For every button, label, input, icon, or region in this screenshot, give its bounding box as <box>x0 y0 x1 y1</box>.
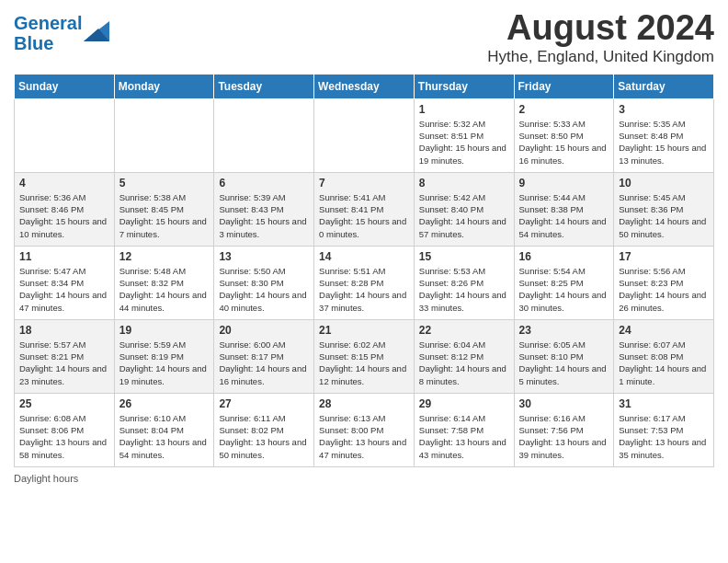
col-header-saturday: Saturday <box>614 74 714 98</box>
calendar-cell: 7Sunrise: 5:41 AM Sunset: 8:41 PM Daylig… <box>314 172 415 246</box>
calendar-cell: 24Sunrise: 6:07 AM Sunset: 8:08 PM Dayli… <box>614 319 714 393</box>
day-info: Sunrise: 6:04 AM Sunset: 8:12 PM Dayligh… <box>419 339 509 387</box>
calendar-cell: 14Sunrise: 5:51 AM Sunset: 8:28 PM Dayli… <box>314 246 415 319</box>
col-header-monday: Monday <box>114 74 214 98</box>
day-number: 27 <box>219 397 309 410</box>
calendar-cell: 30Sunrise: 6:16 AM Sunset: 7:56 PM Dayli… <box>514 393 614 466</box>
day-number: 1 <box>419 103 509 116</box>
day-info: Sunrise: 5:33 AM Sunset: 8:50 PM Dayligh… <box>519 118 609 167</box>
subtitle: Hythe, England, United Kingdom <box>487 48 714 66</box>
day-info: Sunrise: 5:59 AM Sunset: 8:19 PM Dayligh… <box>119 339 210 387</box>
day-number: 14 <box>319 250 409 263</box>
day-number: 16 <box>519 250 609 263</box>
day-number: 11 <box>19 250 109 263</box>
calendar-cell: 4Sunrise: 5:36 AM Sunset: 8:46 PM Daylig… <box>15 172 115 246</box>
day-info: Sunrise: 6:14 AM Sunset: 7:58 PM Dayligh… <box>419 412 509 461</box>
calendar-cell: 31Sunrise: 6:17 AM Sunset: 7:53 PM Dayli… <box>614 393 714 466</box>
day-number: 28 <box>319 397 409 410</box>
calendar-cell: 23Sunrise: 6:05 AM Sunset: 8:10 PM Dayli… <box>514 319 614 393</box>
day-number: 10 <box>619 177 709 190</box>
day-info: Sunrise: 5:47 AM Sunset: 8:34 PM Dayligh… <box>19 265 109 314</box>
day-number: 17 <box>619 250 709 263</box>
calendar-cell: 29Sunrise: 6:14 AM Sunset: 7:58 PM Dayli… <box>414 393 514 466</box>
calendar-cell: 10Sunrise: 5:45 AM Sunset: 8:36 PM Dayli… <box>614 172 714 246</box>
col-header-sunday: Sunday <box>15 74 115 98</box>
day-number: 4 <box>19 177 109 190</box>
calendar-cell: 12Sunrise: 5:48 AM Sunset: 8:32 PM Dayli… <box>114 246 214 319</box>
calendar-cell: 2Sunrise: 5:33 AM Sunset: 8:50 PM Daylig… <box>514 98 614 172</box>
day-info: Sunrise: 5:41 AM Sunset: 8:41 PM Dayligh… <box>319 191 409 240</box>
day-number: 12 <box>119 250 210 263</box>
calendar-cell: 8Sunrise: 5:42 AM Sunset: 8:40 PM Daylig… <box>414 172 514 246</box>
day-info: Sunrise: 5:38 AM Sunset: 8:45 PM Dayligh… <box>119 191 210 240</box>
day-info: Sunrise: 6:07 AM Sunset: 8:08 PM Dayligh… <box>619 339 709 387</box>
day-number: 26 <box>119 397 210 410</box>
day-info: Sunrise: 5:32 AM Sunset: 8:51 PM Dayligh… <box>419 118 509 167</box>
day-info: Sunrise: 5:39 AM Sunset: 8:43 PM Dayligh… <box>219 191 309 240</box>
calendar-cell: 22Sunrise: 6:04 AM Sunset: 8:12 PM Dayli… <box>414 319 514 393</box>
calendar-cell: 17Sunrise: 5:56 AM Sunset: 8:23 PM Dayli… <box>614 246 714 319</box>
day-info: Sunrise: 5:42 AM Sunset: 8:40 PM Dayligh… <box>419 191 509 240</box>
day-number: 6 <box>219 177 309 190</box>
footer: Daylight hours <box>14 473 714 484</box>
day-info: Sunrise: 5:35 AM Sunset: 8:48 PM Dayligh… <box>619 118 709 167</box>
calendar-table: SundayMondayTuesdayWednesdayThursdayFrid… <box>14 74 714 467</box>
day-info: Sunrise: 6:13 AM Sunset: 8:00 PM Dayligh… <box>319 412 409 461</box>
day-number: 30 <box>519 397 609 410</box>
logo: GeneralBlue <box>14 13 109 53</box>
calendar-cell <box>314 98 415 172</box>
day-info: Sunrise: 6:02 AM Sunset: 8:15 PM Dayligh… <box>319 339 409 387</box>
col-header-thursday: Thursday <box>414 74 514 98</box>
week-row-5: 25Sunrise: 6:08 AM Sunset: 8:06 PM Dayli… <box>15 393 714 466</box>
day-info: Sunrise: 6:11 AM Sunset: 8:02 PM Dayligh… <box>219 412 309 461</box>
day-info: Sunrise: 5:50 AM Sunset: 8:30 PM Dayligh… <box>219 265 309 314</box>
calendar-cell: 26Sunrise: 6:10 AM Sunset: 8:04 PM Dayli… <box>114 393 214 466</box>
day-info: Sunrise: 5:44 AM Sunset: 8:38 PM Dayligh… <box>519 191 609 240</box>
day-number: 21 <box>319 324 409 337</box>
day-number: 15 <box>419 250 509 263</box>
col-header-wednesday: Wednesday <box>314 74 415 98</box>
day-number: 23 <box>519 324 609 337</box>
day-info: Sunrise: 6:16 AM Sunset: 7:56 PM Dayligh… <box>519 412 609 461</box>
logo-text: GeneralBlue <box>14 13 82 53</box>
day-number: 8 <box>419 177 509 190</box>
day-info: Sunrise: 5:48 AM Sunset: 8:32 PM Dayligh… <box>119 265 210 314</box>
week-row-3: 11Sunrise: 5:47 AM Sunset: 8:34 PM Dayli… <box>15 246 714 319</box>
header: GeneralBlue August 2024 Hythe, England, … <box>14 9 714 66</box>
calendar-cell: 27Sunrise: 6:11 AM Sunset: 8:02 PM Dayli… <box>214 393 314 466</box>
day-number: 7 <box>319 177 409 190</box>
day-info: Sunrise: 5:36 AM Sunset: 8:46 PM Dayligh… <box>19 191 109 240</box>
day-info: Sunrise: 5:53 AM Sunset: 8:26 PM Dayligh… <box>419 265 509 314</box>
calendar-cell: 5Sunrise: 5:38 AM Sunset: 8:45 PM Daylig… <box>114 172 214 246</box>
logo-icon <box>84 21 109 41</box>
day-number: 18 <box>19 324 109 337</box>
day-info: Sunrise: 6:00 AM Sunset: 8:17 PM Dayligh… <box>219 339 309 387</box>
day-info: Sunrise: 6:05 AM Sunset: 8:10 PM Dayligh… <box>519 339 609 387</box>
day-number: 5 <box>119 177 210 190</box>
day-number: 20 <box>219 324 309 337</box>
calendar-cell: 20Sunrise: 6:00 AM Sunset: 8:17 PM Dayli… <box>214 319 314 393</box>
calendar-cell: 11Sunrise: 5:47 AM Sunset: 8:34 PM Dayli… <box>15 246 115 319</box>
day-number: 22 <box>419 324 509 337</box>
calendar-cell <box>214 98 314 172</box>
day-number: 9 <box>519 177 609 190</box>
day-info: Sunrise: 6:10 AM Sunset: 8:04 PM Dayligh… <box>119 412 210 461</box>
calendar-cell <box>114 98 214 172</box>
title-area: August 2024 Hythe, England, United Kingd… <box>487 9 714 66</box>
day-info: Sunrise: 6:17 AM Sunset: 7:53 PM Dayligh… <box>619 412 709 461</box>
calendar-cell: 15Sunrise: 5:53 AM Sunset: 8:26 PM Dayli… <box>414 246 514 319</box>
day-info: Sunrise: 5:56 AM Sunset: 8:23 PM Dayligh… <box>619 265 709 314</box>
day-info: Sunrise: 6:08 AM Sunset: 8:06 PM Dayligh… <box>19 412 109 461</box>
calendar-cell: 9Sunrise: 5:44 AM Sunset: 8:38 PM Daylig… <box>514 172 614 246</box>
day-number: 2 <box>519 103 609 116</box>
day-number: 13 <box>219 250 309 263</box>
calendar-cell: 19Sunrise: 5:59 AM Sunset: 8:19 PM Dayli… <box>114 319 214 393</box>
day-info: Sunrise: 5:45 AM Sunset: 8:36 PM Dayligh… <box>619 191 709 240</box>
main-title: August 2024 <box>487 9 714 48</box>
day-info: Sunrise: 5:51 AM Sunset: 8:28 PM Dayligh… <box>319 265 409 314</box>
day-number: 24 <box>619 324 709 337</box>
calendar-cell: 16Sunrise: 5:54 AM Sunset: 8:25 PM Dayli… <box>514 246 614 319</box>
col-header-friday: Friday <box>514 74 614 98</box>
calendar-cell: 13Sunrise: 5:50 AM Sunset: 8:30 PM Dayli… <box>214 246 314 319</box>
calendar-cell: 3Sunrise: 5:35 AM Sunset: 8:48 PM Daylig… <box>614 98 714 172</box>
